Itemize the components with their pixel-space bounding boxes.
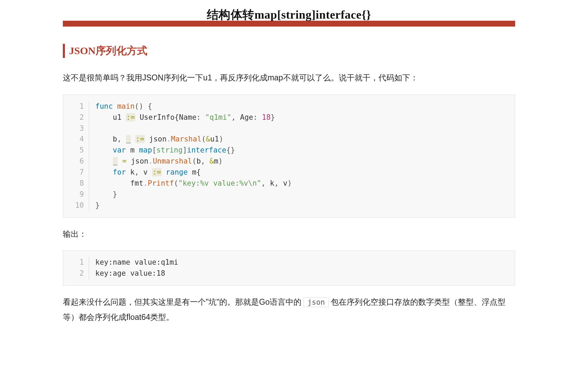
page-title: 结构体转map[string]interface{} bbox=[63, 7, 515, 23]
title-bar: 结构体转map[string]interface{} bbox=[63, 7, 515, 27]
code-line: 4 b, _ := json.Marshal(&u1) bbox=[63, 134, 509, 145]
code-line: 1func main() { bbox=[63, 101, 509, 112]
section-heading: JSON序列化方式 bbox=[63, 44, 515, 58]
code-line: 9 } bbox=[63, 189, 509, 200]
code-block-2: 1key:name value:q1mi2key:age value:18 bbox=[63, 251, 515, 286]
line-number: 1 bbox=[63, 257, 89, 268]
code-line: 2 u1 := UserInfo{Name: "q1mi", Age: 18} bbox=[63, 112, 509, 123]
output-label: 输出： bbox=[63, 227, 515, 242]
line-number: 5 bbox=[63, 145, 89, 156]
code-block-1: 1func main() {2 u1 := UserInfo{Name: "q1… bbox=[63, 95, 515, 218]
inline-code-json: json bbox=[304, 297, 329, 307]
line-number: 3 bbox=[63, 123, 89, 134]
line-number: 7 bbox=[63, 167, 89, 178]
code-content: key:age value:18 bbox=[89, 268, 509, 279]
code-content: for k, v := range m{ bbox=[89, 167, 509, 178]
code-line: 1key:name value:q1mi bbox=[63, 257, 509, 268]
code-line: 5 var m map[string]interface{} bbox=[63, 145, 509, 156]
code-line: 3 bbox=[63, 123, 509, 134]
code-content: func main() { bbox=[89, 101, 509, 112]
code-content: u1 := UserInfo{Name: "q1mi", Age: 18} bbox=[89, 112, 509, 123]
code-line: 2key:age value:18 bbox=[63, 268, 509, 279]
line-number: 1 bbox=[63, 101, 89, 112]
line-number: 9 bbox=[63, 189, 89, 200]
code-content: b, _ := json.Marshal(&u1) bbox=[89, 134, 509, 145]
code-content: fmt.Printf("key:%v value:%v\n", k, v) bbox=[89, 178, 509, 189]
code-content: _ = json.Unmarshal(b, &m) bbox=[89, 156, 509, 167]
line-number: 2 bbox=[63, 112, 89, 123]
code-content: } bbox=[89, 200, 509, 211]
document-page: 结构体转map[string]interface{} JSON序列化方式 这不是… bbox=[63, 0, 515, 355]
code-line: 10} bbox=[63, 200, 509, 211]
code-line: 7 for k, v := range m{ bbox=[63, 167, 509, 178]
para3-pre: 看起来没什么问题，但其实这里是有一个"坑"的。那就是Go语言中的 bbox=[63, 297, 304, 306]
code-content: var m map[string]interface{} bbox=[89, 145, 509, 156]
line-number: 2 bbox=[63, 268, 89, 279]
line-number: 8 bbox=[63, 178, 89, 189]
code-content: } bbox=[89, 189, 509, 200]
code-content bbox=[89, 123, 509, 134]
code-content: key:name value:q1mi bbox=[89, 257, 509, 268]
explanation-paragraph: 看起来没什么问题，但其实这里是有一个"坑"的。那就是Go语言中的 json 包在… bbox=[63, 295, 515, 325]
code-line: 6 _ = json.Unmarshal(b, &m) bbox=[63, 156, 509, 167]
line-number: 6 bbox=[63, 156, 89, 167]
line-number: 10 bbox=[63, 200, 89, 211]
code-line: 8 fmt.Printf("key:%v value:%v\n", k, v) bbox=[63, 178, 509, 189]
line-number: 4 bbox=[63, 134, 89, 145]
intro-paragraph: 这不是很简单吗？我用JSON序列化一下u1，再反序列化成map不就可以了么。说干… bbox=[63, 70, 515, 86]
